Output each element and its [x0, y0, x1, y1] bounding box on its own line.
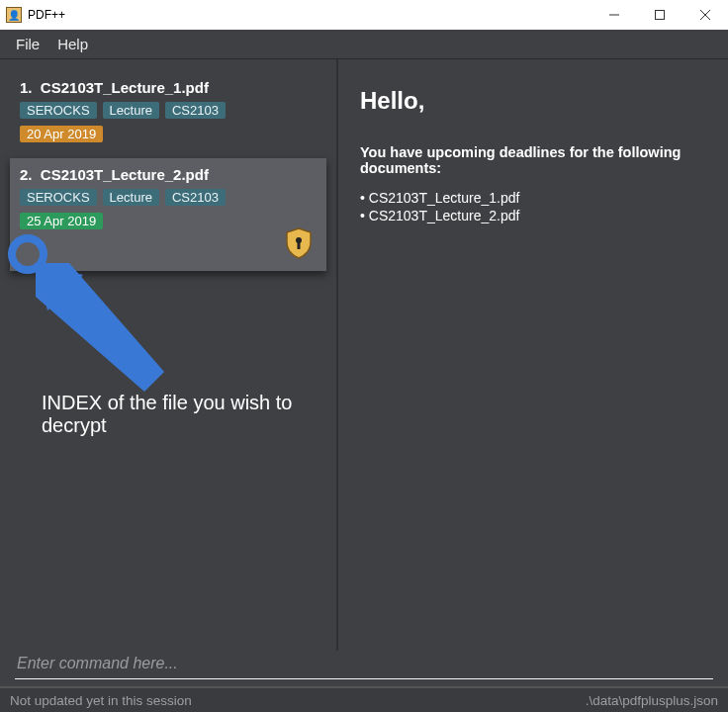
main-area: 1. CS2103T_Lecture_1.pdf SEROCKS Lecture… [0, 59, 728, 651]
window-title: PDF++ [28, 8, 65, 22]
menubar: File Help [0, 30, 728, 59]
file-name: CS2103T_Lecture_1.pdf [41, 79, 209, 96]
menu-help[interactable]: Help [57, 36, 88, 52]
lock-shield-icon [285, 227, 313, 259]
tag: CS2103 [165, 189, 226, 206]
status-right: .\data\pdfplusplus.json [586, 693, 718, 708]
tag: SEROCKS [20, 189, 97, 206]
window-controls [592, 0, 728, 30]
greeting-heading: Hello, [360, 87, 710, 115]
close-button[interactable] [682, 0, 728, 30]
file-title: 1. CS2103T_Lecture_1.pdf [20, 79, 317, 96]
date-badge: 20 Apr 2019 [20, 126, 103, 142]
status-left: Not updated yet in this session [10, 693, 192, 708]
annotation-text: INDEX of the file you wish to decrypt [42, 392, 336, 437]
file-card[interactable]: 1. CS2103T_Lecture_1.pdf SEROCKS Lecture… [10, 71, 326, 152]
svg-rect-5 [298, 241, 301, 249]
file-card-selected[interactable]: 2. CS2103T_Lecture_2.pdf SEROCKS Lecture… [10, 158, 326, 271]
titlebar: 👤 PDF++ [0, 0, 728, 30]
tag: Lecture [103, 189, 159, 206]
tag: Lecture [103, 102, 159, 119]
tag: SEROCKS [20, 102, 97, 119]
command-input[interactable] [15, 651, 713, 679]
statusbar: Not updated yet in this session .\data\p… [0, 686, 728, 712]
app-icon: 👤 [6, 7, 22, 23]
file-title: 2. CS2103T_Lecture_2.pdf [20, 166, 317, 183]
info-pane: Hello, You have upcoming deadlines for t… [336, 59, 728, 651]
menu-file[interactable]: File [16, 36, 40, 52]
file-index: 1. [20, 79, 33, 96]
maximize-button[interactable] [637, 0, 682, 30]
file-list-pane: 1. CS2103T_Lecture_1.pdf SEROCKS Lecture… [0, 59, 336, 651]
svg-marker-6 [36, 263, 164, 392]
file-index: 2. [20, 166, 33, 183]
file-name: CS2103T_Lecture_2.pdf [41, 166, 209, 183]
date-badge: 25 Apr 2019 [20, 213, 103, 229]
deadline-item: CS2103T_Lecture_2.pdf [360, 208, 710, 223]
deadline-message: You have upcoming deadlines for the foll… [360, 144, 710, 176]
deadline-list: CS2103T_Lecture_1.pdf CS2103T_Lecture_2.… [360, 190, 710, 223]
annotation-circle-marker [8, 234, 47, 274]
tag-row: SEROCKS Lecture CS2103 [20, 189, 317, 206]
deadline-item: CS2103T_Lecture_1.pdf [360, 190, 710, 206]
svg-rect-1 [656, 11, 665, 20]
annotation-arrow-icon [36, 263, 164, 392]
minimize-button[interactable] [592, 0, 637, 30]
tag-row: SEROCKS Lecture CS2103 [20, 102, 317, 119]
tag: CS2103 [165, 102, 226, 119]
